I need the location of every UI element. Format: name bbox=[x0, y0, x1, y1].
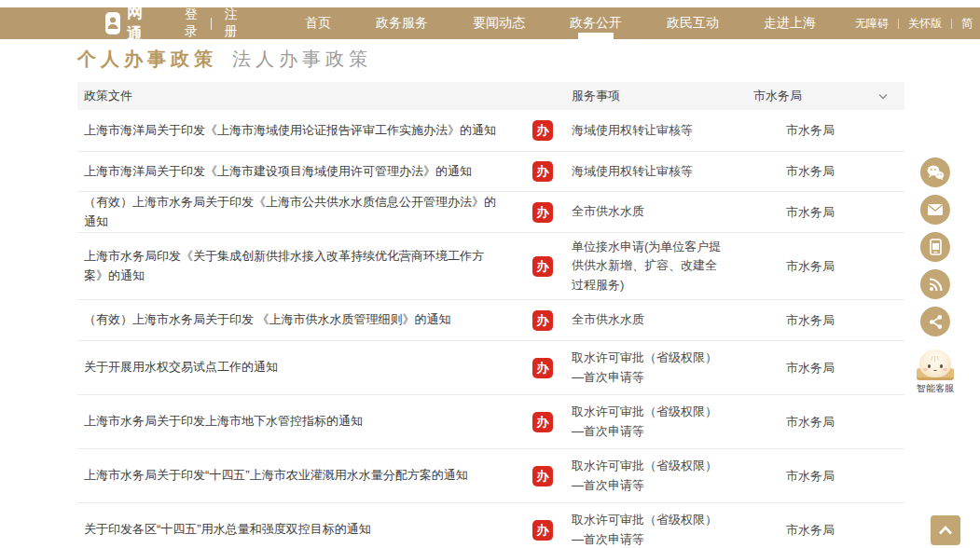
table-row: 关于印发各区“十四五”用水总量和强度双控目标的通知 办 取水许可审批（省级权限）… bbox=[77, 503, 904, 548]
table-header-row: 政策文件 服务事项 市水务局 bbox=[77, 82, 904, 110]
policy-title-link[interactable]: （有效）上海市水务局关于印发《上海市公共供水水质信息公开管理办法》的通知 bbox=[77, 193, 532, 232]
department-cell: 市水务局 bbox=[744, 204, 904, 221]
handle-badge[interactable]: 办 bbox=[532, 161, 553, 182]
email-icon bbox=[927, 203, 944, 216]
nav-item-gov-disclosure[interactable]: 政务公开 bbox=[547, 7, 644, 39]
register-link[interactable]: 注册 bbox=[225, 7, 238, 40]
handle-badge[interactable]: 办 bbox=[532, 358, 553, 378]
chevron-up-icon bbox=[938, 526, 953, 535]
email-button[interactable] bbox=[920, 195, 950, 225]
table-row: 关于开展用水权交易试点工作的通知 办 取水许可审批（省级权限）—首次申请等 市水… bbox=[77, 341, 904, 395]
table-row: 上海市水务局关于印发上海市地下水管控指标的通知 办 取水许可审批（省级权限）—首… bbox=[77, 395, 904, 449]
active-tab-indicator bbox=[578, 33, 614, 39]
logo-person-icon bbox=[105, 16, 120, 31]
handle-badge[interactable]: 办 bbox=[532, 412, 553, 432]
column-header-service: 服务事项 bbox=[572, 87, 744, 105]
department-cell: 市水务局 bbox=[744, 360, 904, 377]
mascot-label: 智能客服 bbox=[916, 382, 955, 395]
table-row: 上海市海洋局关于印发《上海市建设项目海域使用许可管理办法》的通知 办 海域使用权… bbox=[77, 152, 904, 192]
handle-badge[interactable]: 办 bbox=[532, 310, 553, 331]
policy-title-link[interactable]: 关于印发各区“十四五”用水总量和强度双控目标的通知 bbox=[77, 520, 532, 540]
site-logo[interactable] bbox=[105, 12, 120, 34]
main-nav: 首页 政务服务 要闻动态 政务公开 政民互动 走进上海 bbox=[283, 7, 838, 39]
back-to-top-button[interactable] bbox=[931, 515, 960, 545]
utility-links: 无障碍 关怀版 简 繁 bbox=[855, 16, 980, 32]
handle-badge[interactable]: 办 bbox=[532, 120, 553, 141]
handle-badge[interactable]: 办 bbox=[532, 256, 553, 277]
service-item: 海域使用权转让审核等 bbox=[572, 162, 744, 181]
policy-title-link[interactable]: 上海市海洋局关于印发《上海市建设项目海域使用许可管理办法》的通知 bbox=[77, 162, 532, 182]
service-item: 取水许可审批（省级权限）—首次申请等 bbox=[572, 403, 744, 440]
department-cell: 市水务局 bbox=[744, 522, 904, 539]
chevron-down-icon bbox=[878, 93, 888, 100]
nav-item-services[interactable]: 政务服务 bbox=[353, 7, 450, 39]
divider bbox=[898, 19, 899, 29]
table-row: 上海市水务局关于印发“十四五”上海市农业灌溉用水水量分配方案的通知 办 取水许可… bbox=[77, 449, 904, 503]
wechat-button[interactable] bbox=[920, 158, 950, 187]
policy-title-link[interactable]: （有效）上海市水务局关于印发 《上海市供水水质管理细则》的通知 bbox=[77, 310, 532, 330]
department-cell: 市水务局 bbox=[744, 122, 904, 139]
simplified-chinese-link[interactable]: 简 bbox=[961, 16, 973, 32]
service-item: 取水许可审批（省级权限）—首次申请等 bbox=[572, 457, 744, 494]
table-row: （有效）上海市水务局关于印发《上海市公共供水水质信息公开管理办法》的通知 办 全… bbox=[77, 192, 904, 233]
nav-item-news[interactable]: 要闻动态 bbox=[450, 7, 547, 39]
nav-item-about-shanghai[interactable]: 走进上海 bbox=[741, 7, 838, 39]
top-header-bar: 一网通办 登录 注册 首页 政务服务 要闻动态 政务公开 政民互动 走进上海 无… bbox=[0, 7, 980, 39]
policy-title-link[interactable]: 上海市水务局关于印发上海市地下水管控指标的通知 bbox=[77, 412, 532, 432]
policy-title-link[interactable]: 上海市海洋局关于印发《上海市海域使用论证报告评审工作实施办法》的通知 bbox=[77, 121, 532, 141]
column-header-policy: 政策文件 bbox=[77, 87, 532, 106]
service-item: 海域使用权转让审核等 bbox=[572, 121, 744, 140]
department-filter-value: 市水务局 bbox=[744, 88, 802, 104]
table-row: 上海市海洋局关于印发《上海市海域使用论证报告评审工作实施办法》的通知 办 海域使… bbox=[77, 110, 904, 152]
care-version-link[interactable]: 关怀版 bbox=[908, 16, 942, 32]
policy-title-link[interactable]: 上海市水务局印发《关于集成创新供排水接入改革持续优化营商环境工作方案》的通知 bbox=[77, 247, 532, 286]
table-row: 上海市水务局印发《关于集成创新供排水接入改革持续优化营商环境工作方案》的通知 办… bbox=[77, 233, 904, 300]
policy-title-link[interactable]: 关于开展用水权交易试点工作的通知 bbox=[77, 358, 532, 377]
policy-table: 政策文件 服务事项 市水务局 上海市海洋局关于印发《上海市海域使用论证报告评审工… bbox=[77, 82, 904, 548]
login-link[interactable]: 登录 bbox=[185, 7, 198, 40]
service-item: 全市供水水质 bbox=[572, 202, 744, 221]
rss-button[interactable] bbox=[920, 269, 950, 299]
mobile-button[interactable] bbox=[920, 232, 950, 262]
tab-personal-policies[interactable]: 个人办事政策 bbox=[77, 47, 217, 72]
department-cell: 市水务局 bbox=[744, 468, 904, 485]
rss-icon bbox=[928, 277, 944, 293]
department-cell: 市水务局 bbox=[744, 312, 904, 329]
mobile-icon bbox=[930, 239, 942, 255]
smart-customer-service-mascot[interactable]: /|\ 智能客服 bbox=[913, 349, 958, 395]
share-icon bbox=[928, 314, 944, 330]
floating-toolbar: /|\ 智能客服 bbox=[913, 158, 958, 395]
policy-title-link[interactable]: 上海市水务局关于印发“十四五”上海市农业灌溉用水水量分配方案的通知 bbox=[77, 466, 532, 486]
accessibility-link[interactable]: 无障碍 bbox=[855, 16, 889, 32]
department-cell: 市水务局 bbox=[744, 414, 904, 431]
nav-item-home[interactable]: 首页 bbox=[283, 7, 353, 39]
service-item: 取水许可审批（省级权限）—首次申请等 bbox=[572, 511, 744, 548]
tab-corporate-policies[interactable]: 法人办事政策 bbox=[232, 47, 372, 72]
divider bbox=[951, 19, 952, 29]
department-cell: 市水务局 bbox=[744, 258, 904, 275]
nav-item-interaction[interactable]: 政民互动 bbox=[644, 7, 741, 39]
handle-badge[interactable]: 办 bbox=[532, 466, 553, 486]
share-button[interactable] bbox=[920, 307, 950, 336]
handle-badge[interactable]: 办 bbox=[532, 202, 553, 223]
bun-mascot-icon: /|\ bbox=[919, 349, 951, 377]
wechat-icon bbox=[926, 164, 945, 181]
service-item: 取水许可审批（省级权限）—首次申请等 bbox=[572, 349, 744, 386]
service-item: 单位接水申请(为单位客户提供供水新增、扩容、改建全过程服务) bbox=[572, 238, 744, 294]
department-filter-dropdown[interactable]: 市水务局 bbox=[744, 88, 904, 104]
department-cell: 市水务局 bbox=[744, 163, 904, 180]
handle-badge[interactable]: 办 bbox=[532, 520, 553, 541]
divider bbox=[211, 18, 212, 30]
page-title-tabs: 个人办事政策 法人办事政策 bbox=[77, 47, 372, 72]
table-row: （有效）上海市水务局关于印发 《上海市供水水质管理细则》的通知 办 全市供水水质… bbox=[77, 300, 904, 341]
service-item: 全市供水水质 bbox=[572, 310, 744, 329]
